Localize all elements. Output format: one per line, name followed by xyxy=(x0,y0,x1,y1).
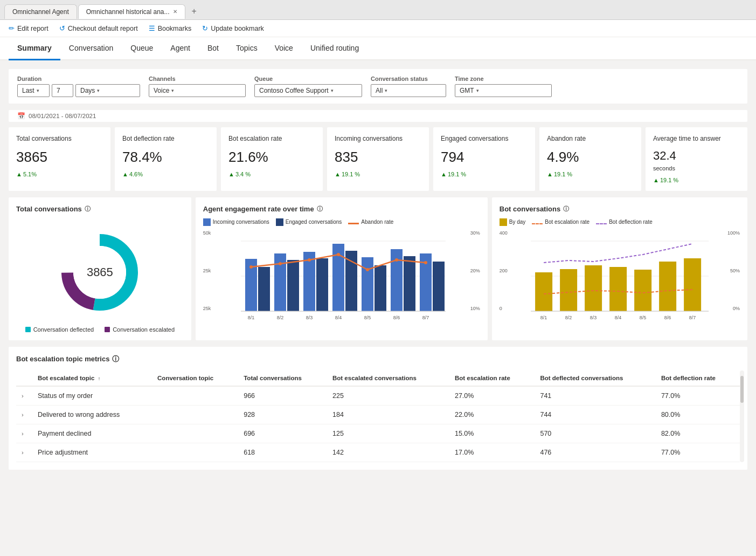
browser-tab-agent-label: Omnichannel Agent xyxy=(12,8,69,16)
nav-tab-topics[interactable]: Topics xyxy=(227,37,266,60)
checkout-icon: ↺ xyxy=(59,24,65,32)
expand-row-icon[interactable]: › xyxy=(22,393,24,399)
nav-tab-agent[interactable]: Agent xyxy=(162,37,199,60)
up-arrow-icon: ▲ xyxy=(16,171,22,177)
channels-value: Voice xyxy=(154,87,169,94)
up-arrow-icon: ▲ xyxy=(122,171,128,177)
bot-topic-col-header[interactable]: Bot escalated topic ↑ xyxy=(32,370,152,386)
channels-filter: Channels Voice ▾ xyxy=(149,75,246,97)
checkout-default-button[interactable]: ↺ Checkout default report xyxy=(59,24,138,32)
duration-unit-select[interactable]: Days ▾ xyxy=(75,84,140,97)
nav-tab-unified-routing[interactable]: Unified routing xyxy=(302,37,367,60)
timezone-select[interactable]: GMT ▾ xyxy=(455,84,552,97)
expand-row-icon[interactable]: › xyxy=(22,449,24,456)
deflected-dot xyxy=(25,327,31,332)
donut-chart: 3865 xyxy=(57,229,143,315)
escalated-dot xyxy=(105,327,110,332)
svg-text:8/2: 8/2 xyxy=(565,315,572,320)
browser-tab-agent[interactable]: Omnichannel Agent xyxy=(4,4,77,19)
queue-label: Queue xyxy=(254,75,362,82)
up-arrow-icon: ▲ xyxy=(441,171,447,177)
by-day-swatch xyxy=(500,218,507,226)
scrollbar-thumb[interactable] xyxy=(740,376,744,403)
expand-row-icon[interactable]: › xyxy=(22,411,24,418)
update-bookmark-button[interactable]: ↻ Update bookmark xyxy=(202,24,264,32)
bot-chart-area: 400 200 0 100% 50% 0% xyxy=(500,230,740,324)
y-label-50k: 50k xyxy=(203,230,211,236)
y-label-25k: 25k xyxy=(203,268,211,273)
legend-abandon: Abandon rate xyxy=(348,218,393,226)
row-bot-esc-conv-3: 125 xyxy=(327,424,449,443)
edit-report-button[interactable]: ✏ Edit report xyxy=(9,24,48,32)
edit-icon: ✏ xyxy=(9,24,15,32)
nav-tab-bot[interactable]: Bot xyxy=(199,37,227,60)
queue-select[interactable]: Contoso Coffee Support ▾ xyxy=(254,84,362,97)
kpi-avg-time-title: Average time to answer xyxy=(653,135,740,143)
engagement-chart: Agent engagement rate over time ⓘ Incomi… xyxy=(196,197,488,340)
legend-bot-def-rate: Bot deflection rate xyxy=(596,218,653,226)
info-icon[interactable]: ⓘ xyxy=(317,205,323,213)
up-arrow-icon: ▲ xyxy=(228,171,234,177)
svg-point-22 xyxy=(308,258,311,262)
row-topic-1: Status of my order xyxy=(32,386,152,406)
row-bot-esc-conv-4: 142 xyxy=(327,443,449,462)
info-icon[interactable]: ⓘ xyxy=(112,354,119,364)
duration-value-input[interactable]: 7 xyxy=(52,84,73,97)
svg-rect-11 xyxy=(316,258,328,311)
duration-preset-select[interactable]: Last ▾ xyxy=(17,84,50,97)
nav-tab-summary[interactable]: Summary xyxy=(9,37,60,60)
bot-def-conv-col-header: Bot deflected conversations xyxy=(535,370,655,386)
total-conv-chart: Total conversations ⓘ 3865 xyxy=(9,197,191,340)
close-tab-icon[interactable]: ✕ xyxy=(173,9,177,15)
bookmarks-button[interactable]: ☰ Bookmarks xyxy=(149,24,192,32)
row-total-conv-3: 696 xyxy=(238,424,327,443)
row-topic-3: Payment declined xyxy=(32,424,152,443)
info-icon[interactable]: ⓘ xyxy=(85,205,91,213)
filters-bar: Duration Last ▾ 7 Days ▾ Channels Voice … xyxy=(9,69,747,104)
nav-tab-voice[interactable]: Voice xyxy=(266,37,302,60)
expand-col-header xyxy=(16,370,32,386)
bot-def-rate-col-header: Bot deflection rate xyxy=(656,370,740,386)
conv-status-select[interactable]: All ▾ xyxy=(371,84,446,97)
browser-tab-historical-label: Omnichannel historical ana... xyxy=(86,8,170,16)
bot-y-labels-left: 400 200 0 xyxy=(500,230,508,311)
browser-tab-bar: Omnichannel Agent Omnichannel historical… xyxy=(0,0,756,20)
row-bot-def-rate-1: 77.0% xyxy=(656,386,740,406)
conv-status-label: Conversation status xyxy=(371,75,446,82)
kpi-avg-time-sub: seconds xyxy=(653,165,740,171)
up-arrow-icon: ▲ xyxy=(335,171,341,177)
kpi-incoming-conv-change: ▲ 19.1 % xyxy=(335,171,421,177)
svg-text:8/4: 8/4 xyxy=(335,315,342,320)
info-icon[interactable]: ⓘ xyxy=(563,205,569,213)
y-label-30pct: 30% xyxy=(470,230,480,236)
row-bot-def-conv-4: 476 xyxy=(535,443,655,462)
channels-select[interactable]: Voice ▾ xyxy=(149,84,246,97)
kpi-bot-deflection-value: 78.4% xyxy=(122,149,209,166)
row-bot-esc-rate-3: 15.0% xyxy=(449,424,535,443)
charts-row: Total conversations ⓘ 3865 xyxy=(9,197,747,340)
row-conv-topic-3 xyxy=(152,424,238,443)
date-range-display: 📅 08/01/2021 - 08/07/2021 xyxy=(9,110,747,122)
nav-tab-conversation[interactable]: Conversation xyxy=(60,37,122,60)
svg-text:8/7: 8/7 xyxy=(689,315,696,320)
duration-unit-value: Days xyxy=(80,87,95,94)
svg-rect-39 xyxy=(560,269,577,311)
nav-tab-queue[interactable]: Queue xyxy=(122,37,162,60)
calendar-icon: 📅 xyxy=(17,112,25,120)
table-wrapper: Bot escalated topic ↑ Conversation topic… xyxy=(16,370,740,462)
browser-tab-historical[interactable]: Omnichannel historical ana... ✕ xyxy=(78,4,185,19)
add-tab-button[interactable]: + xyxy=(186,3,202,19)
kpi-abandon-rate-value: 4.9% xyxy=(547,149,634,166)
expand-row-icon[interactable]: › xyxy=(22,430,24,437)
kpi-total-conversations-title: Total conversations xyxy=(16,135,103,143)
y-label-neg25k: 25k xyxy=(203,306,211,311)
row-bot-esc-rate-2: 22.0% xyxy=(449,405,535,424)
nav-tab-bar: Summary Conversation Queue Agent Bot Top… xyxy=(0,37,756,60)
y-100pct: 100% xyxy=(727,230,740,236)
legend-incoming: Incoming conversations xyxy=(203,218,269,226)
timezone-label: Time zone xyxy=(455,75,552,82)
y-0pct: 0% xyxy=(727,306,740,311)
y-0: 0 xyxy=(500,306,508,311)
svg-text:8/7: 8/7 xyxy=(422,315,429,320)
row-bot-def-conv-1: 741 xyxy=(535,386,655,406)
